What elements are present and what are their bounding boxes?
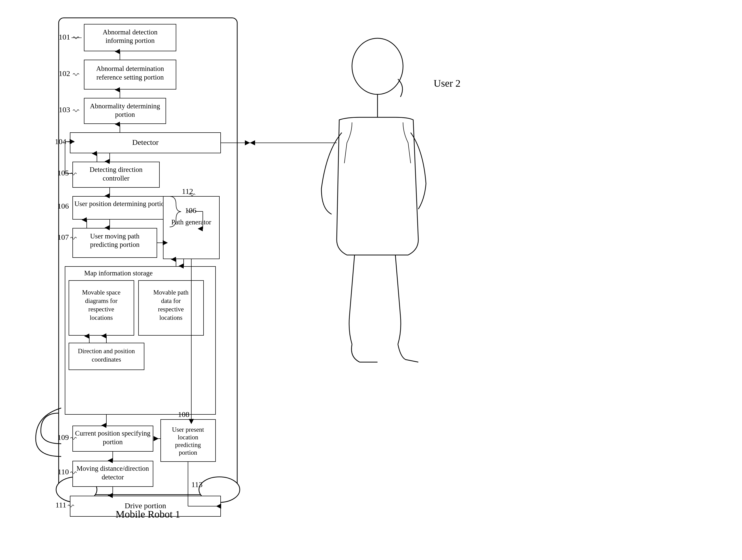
- svg-text:103: 103: [59, 105, 70, 114]
- svg-text:107: 107: [57, 233, 69, 241]
- svg-text:informing portion: informing portion: [106, 37, 155, 44]
- svg-rect-42: [139, 281, 204, 335]
- svg-text:106: 106: [185, 206, 197, 215]
- svg-text:respective: respective: [88, 306, 114, 313]
- svg-text:Direction and position: Direction and position: [78, 348, 135, 354]
- svg-text:data for: data for: [161, 297, 181, 304]
- svg-text:113: 113: [191, 480, 203, 489]
- svg-text:106: 106: [57, 202, 69, 210]
- svg-text:102: 102: [59, 69, 70, 77]
- svg-text:User 2: User 2: [434, 77, 461, 89]
- svg-text:detector: detector: [102, 473, 124, 481]
- svg-rect-60: [73, 461, 153, 487]
- svg-rect-26: [73, 197, 170, 219]
- svg-text:User position determining port: User position determining portion: [74, 200, 168, 208]
- svg-point-5: [56, 477, 97, 502]
- svg-rect-19: [70, 132, 221, 153]
- svg-rect-29: [73, 228, 157, 258]
- svg-text:portion: portion: [179, 449, 198, 456]
- svg-text:108: 108: [178, 410, 190, 418]
- svg-rect-32: [163, 197, 219, 259]
- svg-text:User moving path: User moving path: [90, 232, 140, 240]
- svg-text:105: 105: [57, 169, 69, 177]
- svg-text:coordinates: coordinates: [92, 356, 121, 363]
- svg-text:portion: portion: [115, 111, 135, 118]
- svg-point-88: [352, 38, 403, 94]
- svg-rect-64: [70, 496, 221, 516]
- svg-rect-15: [84, 98, 166, 124]
- svg-text:Abnormality determining: Abnormality determining: [90, 102, 160, 110]
- svg-text:101: 101: [59, 33, 70, 41]
- svg-rect-11: [84, 60, 176, 89]
- diagram-container: Abnormal detection informing portion 101…: [25, 10, 714, 546]
- svg-text:Movable path: Movable path: [153, 289, 189, 296]
- svg-text:104: 104: [55, 137, 66, 146]
- svg-rect-35: [65, 267, 216, 414]
- svg-text:Drive portion: Drive portion: [125, 501, 166, 510]
- svg-rect-47: [69, 343, 144, 370]
- svg-text:reference setting portion: reference setting portion: [96, 73, 164, 81]
- svg-rect-54: [161, 419, 216, 461]
- svg-text:User present: User present: [172, 426, 204, 433]
- main-svg: Abnormal detection informing portion 101…: [25, 10, 714, 546]
- svg-text:diagrams for: diagrams for: [85, 297, 118, 304]
- svg-text:Abnormal determination: Abnormal determination: [96, 65, 164, 72]
- svg-text:location: location: [178, 434, 199, 441]
- svg-text:Movable space: Movable space: [82, 289, 121, 296]
- svg-text:Detecting direction: Detecting direction: [90, 166, 143, 173]
- svg-text:Moving distance/direction: Moving distance/direction: [76, 465, 149, 472]
- svg-text:predicting: predicting: [175, 441, 201, 448]
- svg-rect-37: [69, 281, 134, 335]
- svg-point-6: [199, 477, 240, 502]
- svg-text:portion: portion: [103, 438, 123, 446]
- svg-text:110: 110: [58, 467, 69, 476]
- svg-text:Path generator: Path generator: [171, 218, 211, 226]
- svg-text:locations: locations: [159, 314, 182, 321]
- svg-rect-50: [73, 426, 153, 451]
- svg-text:112: 112: [182, 187, 193, 195]
- svg-text:Abnormal detection: Abnormal detection: [103, 28, 158, 36]
- svg-text:Map information storage: Map information storage: [84, 269, 153, 277]
- svg-text:Mobile Robot 1: Mobile Robot 1: [115, 508, 180, 520]
- svg-text:109: 109: [57, 433, 69, 441]
- svg-rect-4: [59, 18, 237, 495]
- svg-text:111: 111: [55, 501, 66, 509]
- svg-rect-7: [84, 24, 176, 51]
- svg-text:locations: locations: [90, 314, 113, 321]
- svg-text:Detector: Detector: [132, 138, 158, 147]
- svg-text:predicting portion: predicting portion: [90, 241, 140, 248]
- svg-text:respective: respective: [158, 306, 183, 313]
- svg-text:controller: controller: [103, 174, 129, 182]
- svg-rect-22: [73, 162, 159, 187]
- svg-text:Current position specifying: Current position specifying: [75, 430, 150, 437]
